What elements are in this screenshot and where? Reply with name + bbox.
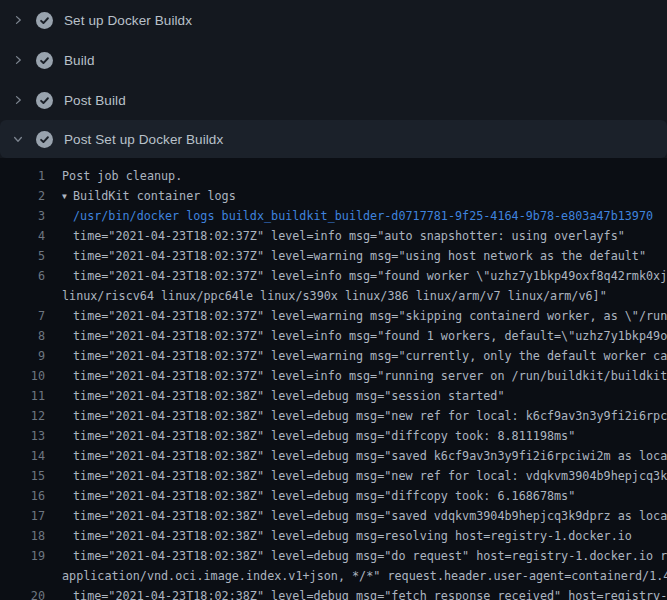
- log-text: Post job cleanup.: [62, 166, 182, 186]
- log-line: 1Post job cleanup.: [0, 166, 667, 186]
- log-line: 3/usr/bin/docker logs buildx_buildkit_bu…: [0, 206, 667, 226]
- command-text: /usr/bin/docker logs buildx_buildkit_bui…: [62, 206, 653, 226]
- line-number[interactable]: 11: [0, 386, 45, 406]
- log-text: application/vnd.oci.image.index.v1+json,…: [62, 566, 667, 586]
- log-text: time="2021-04-23T18:02:38Z" level=debug …: [62, 486, 575, 506]
- line-number[interactable]: 5: [0, 246, 45, 266]
- line-number[interactable]: 4: [0, 226, 45, 246]
- step-row-post-build[interactable]: Post Build: [0, 80, 667, 120]
- log-text: time="2021-04-23T18:02:38Z" level=debug …: [62, 466, 667, 486]
- log-text: time="2021-04-23T18:02:38Z" level=debug …: [62, 406, 667, 426]
- check-circle-icon: [36, 12, 53, 29]
- chevron-right-icon: [12, 14, 24, 26]
- step-row-set-up-docker-buildx[interactable]: Set up Docker Buildx: [0, 0, 667, 40]
- log-line: 9time="2021-04-23T18:02:37Z" level=warni…: [0, 346, 667, 366]
- line-number[interactable]: 3: [0, 206, 45, 226]
- step-label: Post Set up Docker Buildx: [64, 132, 223, 147]
- line-number[interactable]: 15: [0, 466, 45, 486]
- line-number[interactable]: 7: [0, 306, 45, 326]
- chevron-right-icon: [12, 94, 24, 106]
- log-line: 15time="2021-04-23T18:02:38Z" level=debu…: [0, 466, 667, 486]
- log-text: time="2021-04-23T18:02:37Z" level=info m…: [62, 366, 667, 386]
- log-line: 14time="2021-04-23T18:02:38Z" level=debu…: [0, 446, 667, 466]
- caret-down-icon: ▼: [62, 187, 73, 207]
- log-text: time="2021-04-23T18:02:37Z" level=warnin…: [62, 306, 667, 326]
- line-number[interactable]: 13: [0, 426, 45, 446]
- log-line: 20time="2021-04-23T18:02:38Z" level=debu…: [0, 586, 667, 600]
- log-line: 18time="2021-04-23T18:02:38Z" level=debu…: [0, 526, 667, 546]
- log-text: time="2021-04-23T18:02:37Z" level=warnin…: [62, 246, 646, 266]
- line-number[interactable]: 18: [0, 526, 45, 546]
- step-row-post-set-up-docker-buildx[interactable]: Post Set up Docker Buildx: [0, 120, 667, 158]
- log-line: 17time="2021-04-23T18:02:38Z" level=debu…: [0, 506, 667, 526]
- line-number[interactable]: 14: [0, 446, 45, 466]
- log-line: 12time="2021-04-23T18:02:38Z" level=debu…: [0, 406, 667, 426]
- log-line: 2▼BuildKit container logs: [0, 186, 667, 206]
- line-number[interactable]: 17: [0, 506, 45, 526]
- step-label: Build: [64, 53, 95, 68]
- line-number[interactable]: 2: [0, 186, 45, 206]
- line-number[interactable]: 12: [0, 406, 45, 426]
- step-label: Set up Docker Buildx: [64, 13, 192, 28]
- log-line: 6time="2021-04-23T18:02:37Z" level=info …: [0, 266, 667, 286]
- chevron-right-icon: [12, 54, 24, 66]
- log-line: 16time="2021-04-23T18:02:38Z" level=debu…: [0, 486, 667, 506]
- log-text: time="2021-04-23T18:02:38Z" level=debug …: [62, 546, 667, 566]
- log-text: time="2021-04-23T18:02:37Z" level=info m…: [62, 266, 667, 286]
- log-line: 7time="2021-04-23T18:02:37Z" level=warni…: [0, 306, 667, 326]
- log-area: 1Post job cleanup.2▼BuildKit container l…: [0, 158, 667, 600]
- log-line-continuation: application/vnd.oci.image.index.v1+json,…: [0, 566, 667, 586]
- log-line: 19time="2021-04-23T18:02:38Z" level=debu…: [0, 546, 667, 566]
- line-number[interactable]: 10: [0, 366, 45, 386]
- log-text: time="2021-04-23T18:02:37Z" level=warnin…: [62, 346, 667, 366]
- step-row-build[interactable]: Build: [0, 40, 667, 80]
- log-line: 11time="2021-04-23T18:02:38Z" level=debu…: [0, 386, 667, 406]
- line-number-empty: [0, 566, 45, 586]
- log-line: 10time="2021-04-23T18:02:37Z" level=info…: [0, 366, 667, 386]
- log-text: time="2021-04-23T18:02:38Z" level=debug …: [62, 526, 632, 546]
- log-text: time="2021-04-23T18:02:37Z" level=info m…: [62, 326, 667, 346]
- log-text: time="2021-04-23T18:02:38Z" level=debug …: [62, 506, 667, 526]
- line-number[interactable]: 1: [0, 166, 45, 186]
- log-line: 5time="2021-04-23T18:02:37Z" level=warni…: [0, 246, 667, 266]
- line-number[interactable]: 16: [0, 486, 45, 506]
- group-toggle[interactable]: ▼BuildKit container logs: [62, 186, 236, 206]
- line-number[interactable]: 19: [0, 546, 45, 566]
- chevron-down-icon: [12, 133, 24, 145]
- log-text: linux/riscv64 linux/ppc64le linux/s390x …: [62, 286, 607, 306]
- log-line: 13time="2021-04-23T18:02:38Z" level=debu…: [0, 426, 667, 446]
- log-line: 4time="2021-04-23T18:02:37Z" level=info …: [0, 226, 667, 246]
- line-number[interactable]: 6: [0, 266, 45, 286]
- steps-list: Set up Docker Buildx Build Post Build Po…: [0, 0, 667, 158]
- line-number[interactable]: 20: [0, 586, 45, 600]
- log-line-continuation: linux/riscv64 linux/ppc64le linux/s390x …: [0, 286, 667, 306]
- log-text: time="2021-04-23T18:02:38Z" level=debug …: [62, 586, 667, 600]
- check-circle-icon: [36, 92, 53, 109]
- log-text: time="2021-04-23T18:02:38Z" level=debug …: [62, 386, 505, 406]
- check-circle-icon: [36, 52, 53, 69]
- check-circle-icon: [36, 131, 53, 148]
- log-line: 8time="2021-04-23T18:02:37Z" level=info …: [0, 326, 667, 346]
- line-number[interactable]: 9: [0, 346, 45, 366]
- log-text: time="2021-04-23T18:02:38Z" level=debug …: [62, 426, 575, 446]
- step-label: Post Build: [64, 93, 126, 108]
- log-text: time="2021-04-23T18:02:38Z" level=debug …: [62, 446, 667, 466]
- log-text: time="2021-04-23T18:02:37Z" level=info m…: [62, 226, 625, 246]
- line-number[interactable]: 8: [0, 326, 45, 346]
- line-number-empty: [0, 286, 45, 306]
